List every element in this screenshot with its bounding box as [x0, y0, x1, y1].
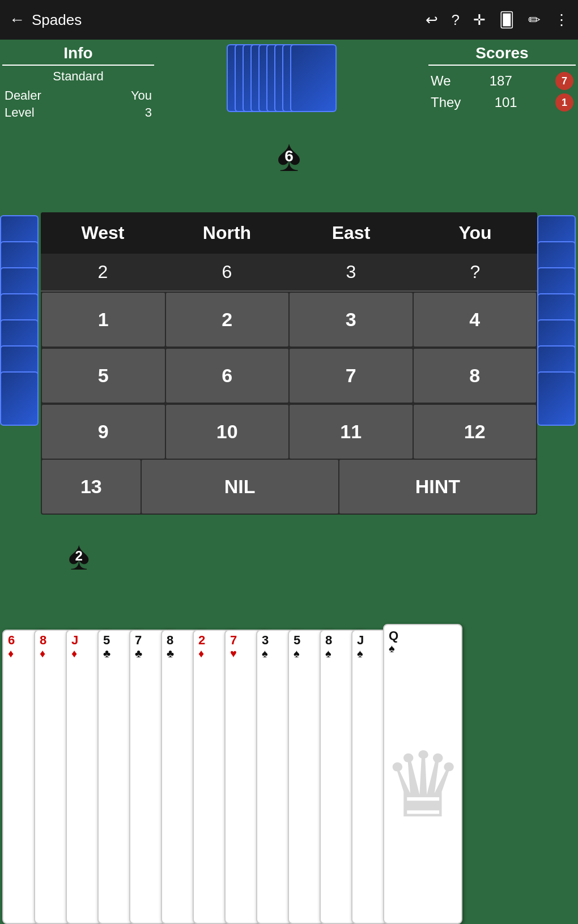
- they-label: They: [431, 95, 461, 110]
- card-5-suit: ♣: [135, 648, 142, 659]
- card-1-suit: ♦: [8, 648, 14, 659]
- card-6-rank: 8: [167, 634, 173, 647]
- bid-btn-1[interactable]: 1: [42, 293, 165, 346]
- card-4-rank: 5: [103, 634, 110, 647]
- bid-current: 2 6 3 ?: [41, 254, 537, 292]
- bid-btn-11[interactable]: 11: [290, 405, 413, 459]
- bid-west-val: 2: [41, 254, 165, 290]
- bid-btn-4[interactable]: 4: [414, 293, 537, 346]
- bid-col-you: You: [413, 212, 537, 254]
- west-cards: [0, 215, 41, 583]
- bid-header: West North East You: [41, 212, 537, 254]
- top-bar: ← Spades ↩ ? ✛ 🂠 ✏ ⋮: [0, 0, 578, 40]
- bid-btn-hint[interactable]: HINT: [339, 460, 536, 514]
- bid-col-west: West: [41, 212, 165, 254]
- card-11-rank: 8: [325, 634, 332, 647]
- card-12-suit: ♠: [357, 648, 363, 659]
- east-cards: [537, 215, 578, 583]
- card-3-rank: J: [71, 634, 78, 647]
- level-label: Level: [5, 105, 35, 120]
- bid-btn-12[interactable]: 12: [414, 405, 537, 459]
- card-9-suit: ♠: [262, 648, 268, 659]
- center-bid: ♠ 6: [277, 133, 301, 178]
- card-7-suit: ♦: [198, 648, 204, 659]
- bid-btn-13[interactable]: 13: [42, 460, 141, 514]
- bid-grid-row3: 9 10 11 12: [41, 404, 537, 460]
- cards-icon[interactable]: 🂠: [499, 11, 515, 29]
- west-card-7: [0, 371, 39, 426]
- north-cards: [227, 44, 351, 118]
- bid-east-val: 3: [289, 254, 413, 290]
- add-icon[interactable]: ✛: [473, 11, 486, 29]
- card-10-suit: ♠: [294, 648, 300, 659]
- bid-grid-row2: 5 6 7 8: [41, 348, 537, 404]
- app-title: Spades: [32, 11, 426, 29]
- bid-overlay: West North East You 2 6 3 ? 1 2 3 4 5 6 …: [41, 212, 537, 515]
- bottom-bid-number: 2: [75, 548, 82, 564]
- card-5-rank: 7: [135, 634, 142, 647]
- undo-icon[interactable]: ↩: [426, 11, 438, 29]
- center-bid-number: 6: [284, 148, 294, 164]
- edit-icon[interactable]: ✏: [528, 11, 541, 29]
- info-subtitle: Standard: [2, 69, 154, 84]
- bottom-spade-icon: ♠ 2: [68, 532, 90, 579]
- card-8-rank: 7: [230, 634, 237, 647]
- bid-btn-6[interactable]: 6: [166, 349, 289, 403]
- bid-btn-2[interactable]: 2: [166, 293, 289, 346]
- bottom-bid-container: ♠ 2: [68, 532, 90, 579]
- bid-north-val: 6: [165, 254, 289, 290]
- info-title: Info: [2, 44, 154, 66]
- info-dealer-row: Dealer You: [2, 87, 154, 104]
- more-icon[interactable]: ⋮: [554, 11, 569, 29]
- card-6-suit: ♣: [167, 648, 174, 659]
- info-level-row: Level 3: [2, 104, 154, 121]
- card-1-rank: 6: [8, 634, 15, 647]
- bid-col-north: North: [165, 212, 289, 254]
- they-badge: 1: [555, 93, 573, 112]
- bid-btn-8[interactable]: 8: [414, 349, 537, 403]
- we-badge: 7: [555, 72, 573, 90]
- card-11-suit: ♠: [325, 648, 332, 659]
- bid-btn-3[interactable]: 3: [290, 293, 413, 346]
- scores-panel: Scores We 187 7 They 101 1: [428, 44, 576, 113]
- scores-title: Scores: [428, 44, 576, 66]
- bid-btn-10[interactable]: 10: [166, 405, 289, 459]
- score-we-row: We 187 7: [428, 70, 576, 92]
- they-score: 101: [495, 95, 517, 110]
- center-spade-icon: ♠ 6: [277, 133, 301, 178]
- we-label: We: [431, 73, 451, 89]
- toolbar-icons: ↩ ? ✛ 🂠 ✏ ⋮: [426, 11, 569, 29]
- card-3-suit: ♦: [71, 648, 77, 659]
- east-card-7: [537, 371, 576, 426]
- card-2-rank: 8: [40, 634, 46, 647]
- card-4-suit: ♣: [103, 648, 110, 659]
- card-13-rank: Q: [389, 628, 398, 643]
- card-12-rank: J: [357, 634, 364, 647]
- bid-btn-5[interactable]: 5: [42, 349, 165, 403]
- bid-btn-7[interactable]: 7: [290, 349, 413, 403]
- player-hand: 6 ♦ 8 ♦ J ♦ 5 ♣ 7 ♣ 8 ♣ 2 ♦: [0, 596, 578, 924]
- card-8-suit: ♥: [230, 648, 237, 659]
- dealer-label: Dealer: [5, 88, 41, 103]
- bid-btn-9[interactable]: 9: [42, 405, 165, 459]
- hand-card-13[interactable]: Q ♠ ♛: [383, 624, 462, 924]
- info-panel: Info Standard Dealer You Level 3: [2, 44, 154, 121]
- card-9-rank: 3: [262, 634, 269, 647]
- game-area: Info Standard Dealer You Level 3 Scores …: [0, 40, 578, 924]
- bid-grid-row1: 1 2 3 4: [41, 292, 537, 348]
- card-10-rank: 5: [294, 634, 300, 647]
- card-13-suit: ♠: [389, 642, 395, 655]
- back-button[interactable]: ←: [9, 11, 25, 29]
- bid-btn-nil[interactable]: NIL: [142, 460, 338, 514]
- bid-you-val: ?: [413, 254, 537, 290]
- score-they-row: They 101 1: [428, 92, 576, 113]
- north-card-9: [290, 44, 337, 112]
- bid-bottom-row: 13 NIL HINT: [41, 460, 537, 515]
- bid-col-east: East: [289, 212, 413, 254]
- help-icon[interactable]: ?: [452, 11, 460, 29]
- card-7-rank: 2: [198, 634, 205, 647]
- we-score: 187: [490, 73, 512, 89]
- dealer-value: You: [131, 88, 152, 103]
- card-2-suit: ♦: [40, 648, 45, 659]
- level-value: 3: [145, 105, 152, 120]
